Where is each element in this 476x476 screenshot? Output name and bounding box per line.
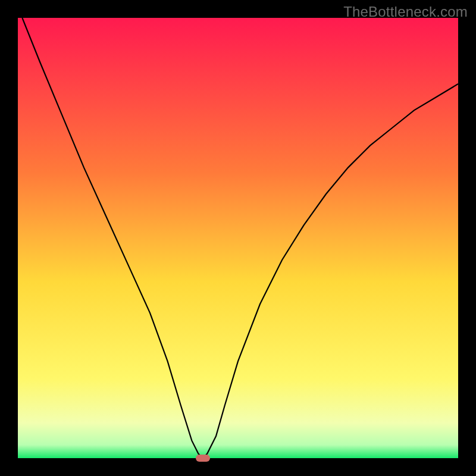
optimal-point-marker xyxy=(196,455,210,462)
watermark-text: TheBottleneck.com xyxy=(343,4,468,20)
chart-frame: TheBottleneck.com xyxy=(0,0,476,476)
chart-background xyxy=(18,18,458,458)
plot-area xyxy=(18,18,458,458)
chart-svg xyxy=(18,18,458,458)
